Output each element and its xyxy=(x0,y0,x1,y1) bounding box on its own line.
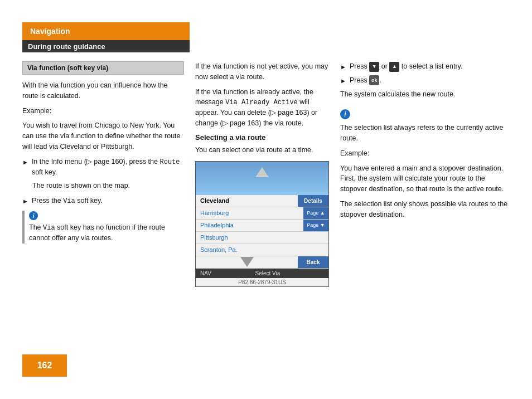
mid-column: If the via function is not yet active, y… xyxy=(195,61,340,343)
nav-city-pittsburgh: Pittsburgh xyxy=(196,234,264,241)
right-bullet-2: ► Press ok. xyxy=(340,75,510,86)
nav-row-pittsburgh: Pittsburgh xyxy=(196,232,328,244)
right-info-text: The selection list always refers to the … xyxy=(340,123,510,144)
right-example-text: You have entered a main and a stopover d… xyxy=(340,163,510,194)
nav-city-philadelphia: Philadelphia xyxy=(196,222,303,228)
nav-footer: NAV Select Via xyxy=(196,269,328,278)
bullet-1-text: In the Info menu (▷ page 160), press the… xyxy=(32,157,184,178)
right-bullet-arrow-2: ► xyxy=(340,76,346,86)
nav-city-scranton: Scranton, Pa. xyxy=(196,246,264,253)
right-column: ► Press ▼ or ▲ to select a list entry. ►… xyxy=(340,61,510,343)
intro-text: With the via function you can influence … xyxy=(22,80,184,101)
nav-btn-pagedown: Page ▼ xyxy=(303,220,328,231)
bullet-1-sub: The route is shown on the map. xyxy=(22,181,184,191)
nav-row-harrisburg: Harrisburg Page ▲ xyxy=(196,207,328,220)
example-label: Example: xyxy=(22,106,184,116)
right-bullet-arrow-1: ► xyxy=(340,62,346,72)
right-bullet-2-text: Press ok. xyxy=(350,75,381,86)
bullet-arrow-2: ► xyxy=(22,197,28,206)
nav-row-philadelphia: Philadelphia Page ▼ xyxy=(196,220,328,232)
nav-caption: P82.86-2879-31US xyxy=(196,278,328,286)
left-column: Via function (soft key via) With the via… xyxy=(22,61,195,343)
down-arrow-icon: ▼ xyxy=(369,62,379,72)
section-bar: During route guidance xyxy=(22,40,190,52)
nav-list-area: Cleveland Details Harrisburg Page ▲ Phil… xyxy=(196,195,328,269)
ok-button-icon: ok xyxy=(369,75,379,85)
via-header: Via function (soft key via) xyxy=(22,61,184,75)
nav-row-scranton: Scranton, Pa. xyxy=(196,244,328,256)
right-example-label: Example: xyxy=(340,148,510,159)
bullet-2-text: Press the Via soft key. xyxy=(32,196,103,206)
mid-para2: If the via function is already active, t… xyxy=(195,87,329,129)
nav-btn-back: Back xyxy=(298,256,328,268)
nav-btn-pageup: Page ▲ xyxy=(303,207,328,219)
nav-city-harrisburg: Harrisburg xyxy=(196,210,303,216)
info-content-left: i The Via soft key has no function if th… xyxy=(29,211,184,244)
nav-triangle-up xyxy=(255,167,269,177)
nav-footer-left: NAV xyxy=(200,270,211,276)
selecting-text: You can select one via route at a time. xyxy=(195,145,329,155)
system-text: The system calculates the new route. xyxy=(340,89,510,100)
right-info-icon: i xyxy=(340,109,350,119)
right-bullet-1-text: Press ▼ or ▲ to select a list entry. xyxy=(350,61,463,72)
info-icon-left: i xyxy=(29,211,38,220)
nav-footer-center: Select Via xyxy=(255,270,280,276)
bullet-2: ► Press the Via soft key. xyxy=(22,196,184,206)
header-bar: Navigation xyxy=(22,22,190,40)
bullet-1: ► In the Info menu (▷ page 160), press t… xyxy=(22,157,184,178)
nav-row-cleveland: Cleveland Details xyxy=(196,195,328,207)
nav-triangle-down xyxy=(240,257,254,267)
right-bullet-1: ► Press ▼ or ▲ to select a list entry. xyxy=(340,61,510,72)
page-number-box: 162 xyxy=(22,354,67,377)
info-bar-left xyxy=(22,211,25,244)
info-box-left: i The Via soft key has no function if th… xyxy=(22,211,184,244)
page-number: 162 xyxy=(37,361,52,371)
up-arrow-icon: ▲ xyxy=(389,62,399,72)
nav-city-cleveland: Cleveland xyxy=(196,197,298,204)
nav-mockup: Cleveland Details Harrisburg Page ▲ Phil… xyxy=(195,161,329,287)
example-text: You wish to travel from Chicago to New Y… xyxy=(22,120,184,152)
nav-map-area xyxy=(196,162,328,195)
right-example-text2: The selection list only shows possible v… xyxy=(340,199,510,220)
mid-para1: If the via function is not yet active, y… xyxy=(195,61,329,82)
right-info-section: i xyxy=(340,105,510,123)
info-text-left: The Via soft key has no function if the … xyxy=(29,223,165,242)
selecting-heading: Selecting a via route xyxy=(195,133,329,142)
content-area: Via function (soft key via) With the via… xyxy=(22,61,510,343)
nav-btn-details: Details xyxy=(298,195,328,207)
section-title: During route guidance xyxy=(28,42,105,51)
header-title: Navigation xyxy=(30,27,70,36)
nav-bottom-row: Back xyxy=(196,256,328,269)
bullet-arrow-1: ► xyxy=(22,158,28,178)
